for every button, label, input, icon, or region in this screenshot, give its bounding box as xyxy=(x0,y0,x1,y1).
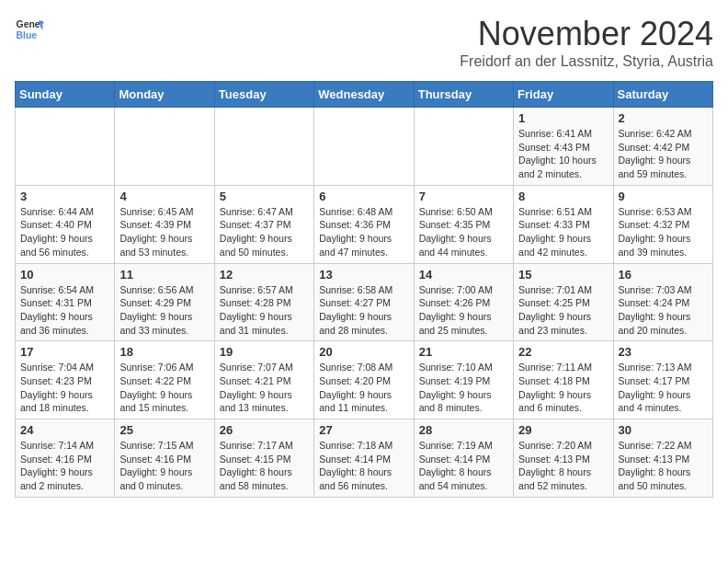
calendar-cell: 5Sunrise: 6:47 AM Sunset: 4:37 PM Daylig… xyxy=(214,185,313,263)
logo-icon: General Blue xyxy=(15,15,44,44)
calendar-cell: 22Sunrise: 7:11 AM Sunset: 4:18 PM Dayli… xyxy=(514,341,613,419)
day-number: 2 xyxy=(619,111,708,125)
calendar-cell: 29Sunrise: 7:20 AM Sunset: 4:13 PM Dayli… xyxy=(514,419,613,498)
day-info: Sunrise: 7:07 AM Sunset: 4:21 PM Dayligh… xyxy=(220,361,309,415)
day-number: 11 xyxy=(119,268,209,282)
calendar-cell: 15Sunrise: 7:01 AM Sunset: 4:25 PM Dayli… xyxy=(514,263,613,341)
day-info: Sunrise: 7:13 AM Sunset: 4:17 PM Dayligh… xyxy=(619,361,708,415)
day-info: Sunrise: 6:47 AM Sunset: 4:37 PM Dayligh… xyxy=(220,205,309,259)
day-number: 22 xyxy=(518,345,608,359)
calendar-cell: 10Sunrise: 6:54 AM Sunset: 4:31 PM Dayli… xyxy=(16,263,115,341)
day-number: 17 xyxy=(20,345,109,359)
calendar-cell: 4Sunrise: 6:45 AM Sunset: 4:39 PM Daylig… xyxy=(115,185,214,263)
week-row-4: 17Sunrise: 7:04 AM Sunset: 4:23 PM Dayli… xyxy=(16,341,713,419)
calendar-cell: 27Sunrise: 7:18 AM Sunset: 4:14 PM Dayli… xyxy=(314,419,414,498)
month-title: November 2024 xyxy=(460,15,713,53)
day-number: 12 xyxy=(220,268,309,282)
day-number: 28 xyxy=(419,423,508,437)
calendar-cell xyxy=(16,108,115,186)
day-number: 15 xyxy=(518,268,608,282)
calendar-cell: 7Sunrise: 6:50 AM Sunset: 4:35 PM Daylig… xyxy=(414,185,513,263)
day-number: 26 xyxy=(220,423,309,437)
calendar-cell: 28Sunrise: 7:19 AM Sunset: 4:14 PM Dayli… xyxy=(414,419,513,498)
day-info: Sunrise: 7:08 AM Sunset: 4:20 PM Dayligh… xyxy=(319,361,408,415)
calendar-cell: 23Sunrise: 7:13 AM Sunset: 4:17 PM Dayli… xyxy=(613,341,712,419)
day-info: Sunrise: 6:54 AM Sunset: 4:31 PM Dayligh… xyxy=(20,283,109,338)
day-number: 3 xyxy=(20,190,109,203)
day-info: Sunrise: 7:03 AM Sunset: 4:24 PM Dayligh… xyxy=(619,283,708,338)
week-row-2: 3Sunrise: 6:44 AM Sunset: 4:40 PM Daylig… xyxy=(16,185,713,263)
calendar-cell: 2Sunrise: 6:42 AM Sunset: 4:42 PM Daylig… xyxy=(613,108,712,186)
day-info: Sunrise: 7:00 AM Sunset: 4:26 PM Dayligh… xyxy=(419,283,508,338)
day-number: 7 xyxy=(419,190,508,203)
day-info: Sunrise: 7:19 AM Sunset: 4:14 PM Dayligh… xyxy=(419,439,508,493)
day-info: Sunrise: 7:22 AM Sunset: 4:13 PM Dayligh… xyxy=(619,439,708,493)
day-number: 23 xyxy=(619,345,708,359)
day-number: 27 xyxy=(319,423,408,437)
calendar-table: SundayMondayTuesdayWednesdayThursdayFrid… xyxy=(15,81,713,498)
calendar-cell: 21Sunrise: 7:10 AM Sunset: 4:19 PM Dayli… xyxy=(414,341,513,419)
day-info: Sunrise: 7:17 AM Sunset: 4:15 PM Dayligh… xyxy=(220,439,309,493)
day-number: 4 xyxy=(119,190,209,203)
day-number: 1 xyxy=(518,111,608,125)
calendar-cell: 26Sunrise: 7:17 AM Sunset: 4:15 PM Dayli… xyxy=(214,419,313,498)
calendar-cell xyxy=(414,108,513,186)
day-info: Sunrise: 7:01 AM Sunset: 4:25 PM Dayligh… xyxy=(518,283,608,338)
day-number: 30 xyxy=(619,423,708,437)
day-number: 16 xyxy=(619,268,708,282)
calendar-cell: 1Sunrise: 6:41 AM Sunset: 4:43 PM Daylig… xyxy=(514,108,613,186)
calendar-cell: 30Sunrise: 7:22 AM Sunset: 4:13 PM Dayli… xyxy=(613,419,712,498)
day-header-wednesday: Wednesday xyxy=(314,82,414,108)
calendar-cell: 11Sunrise: 6:56 AM Sunset: 4:29 PM Dayli… xyxy=(115,263,214,341)
day-info: Sunrise: 7:14 AM Sunset: 4:16 PM Dayligh… xyxy=(20,439,109,493)
day-info: Sunrise: 6:50 AM Sunset: 4:35 PM Dayligh… xyxy=(419,205,508,259)
day-info: Sunrise: 6:53 AM Sunset: 4:32 PM Dayligh… xyxy=(619,205,708,259)
day-header-monday: Monday xyxy=(115,82,214,108)
day-number: 18 xyxy=(119,345,209,359)
calendar-cell: 20Sunrise: 7:08 AM Sunset: 4:20 PM Dayli… xyxy=(314,341,414,419)
day-info: Sunrise: 7:04 AM Sunset: 4:23 PM Dayligh… xyxy=(20,361,109,415)
week-row-1: 1Sunrise: 6:41 AM Sunset: 4:43 PM Daylig… xyxy=(16,108,713,186)
calendar-cell: 13Sunrise: 6:58 AM Sunset: 4:27 PM Dayli… xyxy=(314,263,414,341)
day-info: Sunrise: 7:15 AM Sunset: 4:16 PM Dayligh… xyxy=(119,439,209,493)
day-number: 14 xyxy=(419,268,508,282)
day-number: 8 xyxy=(518,190,608,203)
calendar-cell xyxy=(314,108,414,186)
day-info: Sunrise: 6:57 AM Sunset: 4:28 PM Dayligh… xyxy=(220,283,309,338)
calendar-cell: 12Sunrise: 6:57 AM Sunset: 4:28 PM Dayli… xyxy=(214,263,313,341)
location-subtitle: Freidorf an der Lassnitz, Styria, Austri… xyxy=(460,53,713,70)
day-number: 29 xyxy=(518,423,608,437)
header-row: SundayMondayTuesdayWednesdayThursdayFrid… xyxy=(16,82,713,108)
calendar-cell xyxy=(214,108,313,186)
calendar-cell: 19Sunrise: 7:07 AM Sunset: 4:21 PM Dayli… xyxy=(214,341,313,419)
svg-text:Blue: Blue xyxy=(17,30,38,40)
day-header-friday: Friday xyxy=(514,82,613,108)
day-info: Sunrise: 7:11 AM Sunset: 4:18 PM Dayligh… xyxy=(518,361,608,415)
week-row-5: 24Sunrise: 7:14 AM Sunset: 4:16 PM Dayli… xyxy=(16,419,713,498)
calendar-cell: 3Sunrise: 6:44 AM Sunset: 4:40 PM Daylig… xyxy=(16,185,115,263)
day-number: 9 xyxy=(619,190,708,203)
week-row-3: 10Sunrise: 6:54 AM Sunset: 4:31 PM Dayli… xyxy=(16,263,713,341)
day-number: 13 xyxy=(319,268,408,282)
calendar-cell: 6Sunrise: 6:48 AM Sunset: 4:36 PM Daylig… xyxy=(314,185,414,263)
day-info: Sunrise: 6:45 AM Sunset: 4:39 PM Dayligh… xyxy=(119,205,209,259)
day-number: 5 xyxy=(220,190,309,203)
day-number: 20 xyxy=(319,345,408,359)
day-number: 25 xyxy=(119,423,209,437)
day-info: Sunrise: 6:56 AM Sunset: 4:29 PM Dayligh… xyxy=(119,283,209,338)
day-info: Sunrise: 6:51 AM Sunset: 4:33 PM Dayligh… xyxy=(518,205,608,259)
day-info: Sunrise: 7:10 AM Sunset: 4:19 PM Dayligh… xyxy=(419,361,508,415)
day-number: 10 xyxy=(20,268,109,282)
day-header-tuesday: Tuesday xyxy=(214,82,313,108)
day-number: 21 xyxy=(419,345,508,359)
calendar-cell: 17Sunrise: 7:04 AM Sunset: 4:23 PM Dayli… xyxy=(16,341,115,419)
day-header-sunday: Sunday xyxy=(16,82,115,108)
day-header-saturday: Saturday xyxy=(613,82,712,108)
calendar-cell: 16Sunrise: 7:03 AM Sunset: 4:24 PM Dayli… xyxy=(613,263,712,341)
day-info: Sunrise: 7:18 AM Sunset: 4:14 PM Dayligh… xyxy=(319,439,408,493)
day-number: 24 xyxy=(20,423,109,437)
calendar-cell xyxy=(115,108,214,186)
calendar-cell: 9Sunrise: 6:53 AM Sunset: 4:32 PM Daylig… xyxy=(613,185,712,263)
day-info: Sunrise: 6:48 AM Sunset: 4:36 PM Dayligh… xyxy=(319,205,408,259)
day-info: Sunrise: 6:44 AM Sunset: 4:40 PM Dayligh… xyxy=(20,205,109,259)
